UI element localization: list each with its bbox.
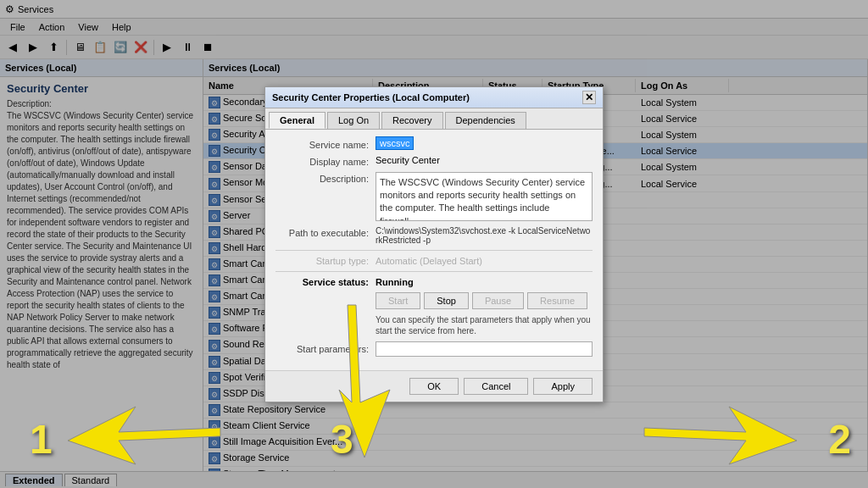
service-name-input[interactable]: wscsvc bbox=[376, 136, 414, 150]
modal-dialog: Security Center Properties (Local Comput… bbox=[264, 86, 604, 402]
startup-type-label: Startup type: bbox=[275, 256, 369, 266]
modal-close-button[interactable]: ✕ bbox=[582, 91, 596, 104]
start-params-row: Start parameters: bbox=[275, 341, 593, 357]
modal-title-text: Security Center Properties (Local Comput… bbox=[272, 92, 470, 103]
divider1 bbox=[275, 250, 593, 251]
startup-type-value: Automatic (Delayed Start) bbox=[376, 256, 482, 266]
cancel-button[interactable]: Cancel bbox=[464, 378, 528, 395]
path-value: C:\windows\System32\svchost.exe -k Local… bbox=[376, 226, 593, 245]
service-status-label: Service status: bbox=[275, 277, 369, 287]
description-label: Description: bbox=[275, 172, 369, 184]
service-name-row: Service name: wscsvc bbox=[275, 138, 593, 150]
service-status-section: Service status: Running bbox=[275, 277, 593, 287]
service-status-value: Running bbox=[376, 277, 414, 287]
divider2 bbox=[275, 271, 593, 272]
path-label: Path to executable: bbox=[275, 226, 369, 238]
start-button[interactable]: Start bbox=[376, 292, 420, 309]
service-name-value: wscsvc bbox=[376, 138, 593, 148]
display-name-value: Security Center bbox=[376, 155, 593, 165]
modal-tabs: General Log On Recovery Dependencies bbox=[265, 108, 603, 130]
modal-overlay[interactable]: Security Center Properties (Local Comput… bbox=[0, 0, 868, 488]
pause-button[interactable]: Pause bbox=[472, 292, 524, 309]
startup-type-row: Startup type: Automatic (Delayed Start) bbox=[275, 256, 593, 266]
modal-tab-general[interactable]: General bbox=[269, 112, 326, 129]
resume-button[interactable]: Resume bbox=[527, 292, 587, 309]
modal-tab-recovery[interactable]: Recovery bbox=[381, 112, 442, 129]
path-row: Path to executable: C:\windows\System32\… bbox=[275, 226, 593, 245]
stop-button[interactable]: Stop bbox=[424, 292, 469, 309]
start-params-label: Start parameters: bbox=[275, 344, 369, 354]
description-row: Description: The WSCSVC (Windows Securit… bbox=[275, 172, 593, 221]
description-box: The WSCSVC (Windows Security Center) ser… bbox=[376, 172, 593, 221]
service-name-label: Service name: bbox=[275, 138, 369, 150]
display-name-label: Display name: bbox=[275, 155, 369, 167]
modal-title-bar: Security Center Properties (Local Comput… bbox=[265, 87, 603, 108]
start-params-input[interactable] bbox=[376, 341, 593, 357]
action-buttons-row: Start Stop Pause Resume bbox=[275, 292, 593, 309]
hint-text: You can specify the start parameters tha… bbox=[275, 314, 593, 336]
modal-tab-logon[interactable]: Log On bbox=[327, 112, 380, 129]
apply-button[interactable]: Apply bbox=[533, 378, 593, 395]
ok-button[interactable]: OK bbox=[409, 378, 459, 395]
modal-footer: OK Cancel Apply bbox=[265, 370, 603, 402]
modal-tab-dependencies[interactable]: Dependencies bbox=[445, 112, 526, 129]
display-name-row: Display name: Security Center bbox=[275, 155, 593, 167]
modal-body: Service name: wscsvc Display name: Secur… bbox=[265, 130, 603, 370]
